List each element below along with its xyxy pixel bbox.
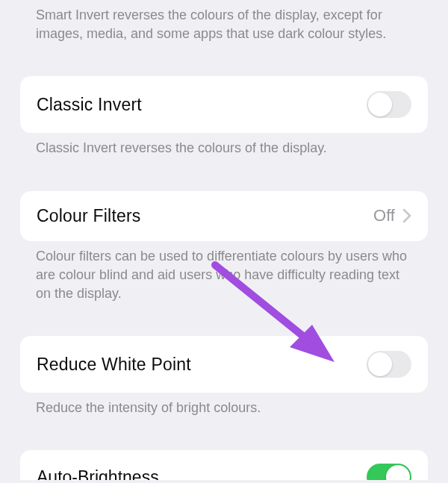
classic-invert-toggle[interactable]: [367, 91, 411, 118]
chevron-right-icon: [402, 208, 411, 223]
classic-invert-title: Classic Invert: [37, 95, 142, 115]
reduce-white-point-row[interactable]: Reduce White Point: [20, 336, 428, 393]
toggle-knob: [386, 465, 410, 480]
auto-brightness-toggle[interactable]: [367, 464, 411, 480]
colour-filters-row[interactable]: Colour Filters Off: [20, 191, 428, 241]
auto-brightness-title: Auto-Brightness: [37, 467, 159, 481]
reduce-white-point-toggle[interactable]: [367, 351, 411, 378]
colour-filters-desc: Colour filters can be used to differenti…: [0, 241, 448, 317]
reduce-white-point-title: Reduce White Point: [37, 355, 191, 375]
classic-invert-row[interactable]: Classic Invert: [20, 76, 428, 133]
smart-invert-desc: Smart Invert reverses the colours of the…: [0, 0, 448, 57]
reduce-white-point-desc: Reduce the intensity of bright colours.: [0, 393, 448, 431]
colour-filters-title: Colour Filters: [37, 206, 141, 226]
classic-invert-desc: Classic Invert reverses the colours of t…: [0, 133, 448, 171]
colour-filters-value: Off: [373, 206, 395, 225]
auto-brightness-row[interactable]: Auto-Brightness: [20, 450, 428, 480]
toggle-knob: [368, 352, 392, 376]
toggle-knob: [368, 93, 392, 116]
